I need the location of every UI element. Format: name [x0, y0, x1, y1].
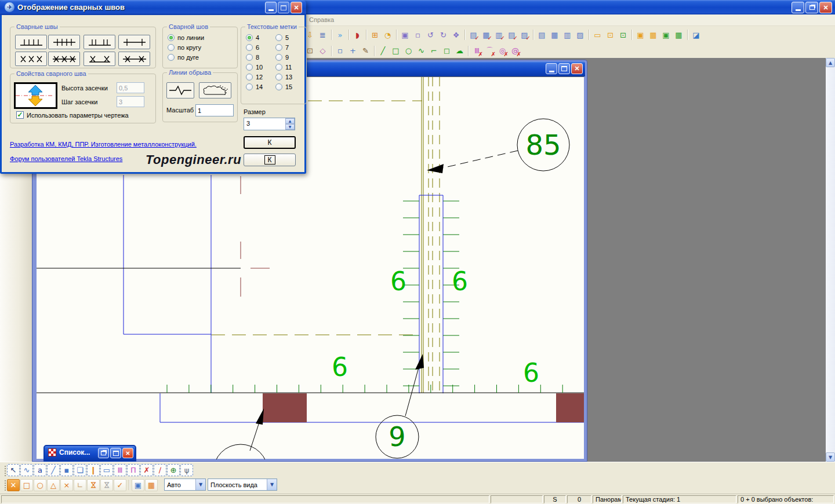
- list-close-button[interactable]: ✕: [122, 448, 133, 458]
- polyline-tool-icon[interactable]: ⌐: [428, 45, 440, 57]
- chevron-down-icon[interactable]: ▼: [267, 479, 277, 490]
- notch-direction-button[interactable]: [14, 82, 57, 109]
- break-line-zigzag-button[interactable]: [166, 82, 194, 98]
- spin-up-icon[interactable]: ▲: [285, 118, 295, 124]
- link-tekla-forum[interactable]: Форум пользователей Tekla Structures: [10, 155, 122, 162]
- angle-dimension-icon[interactable]: ◇: [317, 45, 329, 57]
- radio-option-6[interactable]: 6: [246, 44, 275, 51]
- snap-free-icon[interactable]: ✓: [114, 479, 126, 491]
- weld-type-2-button[interactable]: [48, 35, 80, 49]
- snap-center-icon[interactable]: ○: [34, 479, 46, 491]
- weld-type-8-button[interactable]: [118, 52, 150, 66]
- radio-option-10[interactable]: 10: [246, 64, 275, 71]
- open-drawing-green-icon[interactable]: ⊡: [617, 29, 629, 41]
- main-minimize-button[interactable]: [792, 2, 804, 13]
- weld-type-3-button[interactable]: [84, 35, 115, 49]
- text-tool-icon[interactable]: a: [34, 464, 46, 476]
- snap-intersection-icon[interactable]: ×: [60, 479, 73, 491]
- origin-icon[interactable]: ▫: [334, 45, 346, 57]
- delete-contour-icon[interactable]: ◎✗: [496, 45, 509, 57]
- weld-type-7-button[interactable]: [84, 52, 115, 66]
- snap-endpoint-icon[interactable]: □: [20, 479, 33, 491]
- pen-icon[interactable]: ✎: [360, 45, 372, 57]
- k-focused-button[interactable]: К: [244, 154, 296, 166]
- view-4-icon[interactable]: ▨: [574, 29, 586, 41]
- rotate-cw-icon[interactable]: ↻: [437, 29, 449, 41]
- radio-option-по кругу[interactable]: по кругу: [168, 44, 204, 51]
- spline-tool-icon[interactable]: ∿: [415, 45, 427, 57]
- grid-snap-icon[interactable]: ▦: [145, 479, 158, 491]
- k-default-button[interactable]: К: [244, 136, 296, 149]
- weld-type-4-button[interactable]: [118, 35, 150, 49]
- point-grid-icon[interactable]: ⊞: [369, 29, 381, 41]
- radio-option-11[interactable]: 11: [275, 64, 305, 71]
- fence-1-icon[interactable]: Ⅲ: [114, 464, 126, 476]
- radio-option-4[interactable]: 4: [246, 34, 275, 41]
- scale-input[interactable]: [195, 104, 234, 116]
- pencil-icon[interactable]: ❙: [87, 464, 100, 476]
- main-restore-button[interactable]: [805, 2, 818, 13]
- radio-option-15[interactable]: 15: [275, 83, 305, 90]
- render-icon[interactable]: ◗: [351, 29, 364, 41]
- chevron-down-icon[interactable]: ▼: [195, 479, 205, 490]
- radio-option-7[interactable]: 7: [275, 44, 305, 51]
- add-point-icon[interactable]: +: [347, 45, 359, 57]
- link-km-kmd[interactable]: Разработка КМ, КМД, ППР. Изготовление ме…: [10, 141, 197, 148]
- view-check-4-icon[interactable]: ▤✓: [506, 29, 518, 41]
- explode-icon[interactable]: ❖: [450, 29, 462, 41]
- radio-option-по дуге[interactable]: по дуге: [168, 54, 204, 61]
- view-plane-select[interactable]: Плоскость вида ▼: [208, 479, 277, 491]
- select-all-icon[interactable]: ▣: [399, 29, 411, 41]
- drawing-pattern-green-icon[interactable]: ▦: [673, 29, 685, 41]
- dialog-maximize-button[interactable]: [278, 2, 289, 13]
- radio-option-8[interactable]: 8: [246, 54, 275, 61]
- mdi-vertical-scrollbar[interactable]: ▲ ▼: [826, 58, 835, 462]
- view-2-icon[interactable]: ▦: [549, 29, 561, 41]
- plug-icon[interactable]: ψ: [180, 464, 193, 476]
- export-drawing-icon[interactable]: ◪: [690, 29, 702, 41]
- drawing-pattern-orange-icon[interactable]: ▦: [647, 29, 659, 41]
- radio-option-14[interactable]: 14: [246, 83, 275, 90]
- report-icon[interactable]: ≣: [317, 29, 329, 41]
- size-stepper[interactable]: 3 ▲ ▼: [244, 118, 295, 130]
- freehand-icon[interactable]: ∿: [20, 464, 33, 476]
- circle-tool-icon[interactable]: ○: [402, 45, 415, 57]
- snap-midpoint-icon[interactable]: △: [47, 479, 60, 491]
- list-window[interactable]: Список... ✕: [43, 445, 136, 462]
- delete-weld-icon[interactable]: Ⅲ✗: [471, 45, 483, 57]
- new-drawing-icon[interactable]: ▭: [591, 29, 604, 41]
- list-maximize-button[interactable]: [110, 448, 121, 458]
- snap-z-icon[interactable]: ⋈: [87, 479, 100, 491]
- radio-option-12[interactable]: 12: [246, 74, 275, 81]
- weld-type-1-button[interactable]: [15, 35, 47, 49]
- view-check-1-icon[interactable]: ▤✓: [467, 29, 480, 41]
- rotate-ccw-icon[interactable]: ↺: [424, 29, 437, 41]
- dialog-titlebar[interactable]: ✈ Отображение сварных швов ✕: [0, 0, 306, 15]
- scroll-down-icon[interactable]: ▼: [826, 452, 835, 462]
- drawing-list-green-icon[interactable]: ▣: [660, 29, 672, 41]
- weld-type-5-button[interactable]: [15, 52, 47, 66]
- view-3-icon[interactable]: ▥: [561, 29, 573, 41]
- polygon-tool-icon[interactable]: ◻: [441, 45, 453, 57]
- dialog-minimize-button[interactable]: [265, 2, 277, 13]
- delete-mark-icon[interactable]: @✗: [509, 45, 521, 57]
- view-rect-icon[interactable]: ▭: [100, 464, 113, 476]
- next-phase-icon[interactable]: »: [334, 29, 346, 41]
- radio-option-5[interactable]: 5: [275, 34, 305, 41]
- area-select-icon[interactable]: ❏: [74, 464, 86, 476]
- weld-type-6-button[interactable]: [48, 52, 80, 66]
- dialog-close-button[interactable]: ✕: [291, 2, 302, 13]
- list-restore-button[interactable]: [98, 448, 109, 458]
- spin-down-icon[interactable]: ▼: [285, 124, 295, 130]
- drawing-minimize-button[interactable]: [546, 63, 557, 74]
- view-1-icon[interactable]: ▤: [536, 29, 548, 41]
- scroll-up-icon[interactable]: ▲: [826, 58, 835, 67]
- delete-weld-mark-icon[interactable]: ⌒✗: [484, 45, 496, 57]
- select-component-icon[interactable]: ▫: [412, 29, 424, 41]
- break-line-cloud-button[interactable]: [199, 82, 231, 98]
- drawing-list-orange-icon[interactable]: ▣: [634, 29, 647, 41]
- line-icon[interactable]: ╱: [47, 464, 60, 476]
- snap-mode-select[interactable]: Авто ▼: [164, 479, 206, 491]
- drawing-maximize-button[interactable]: [558, 63, 570, 74]
- slash-icon[interactable]: ∕: [154, 464, 166, 476]
